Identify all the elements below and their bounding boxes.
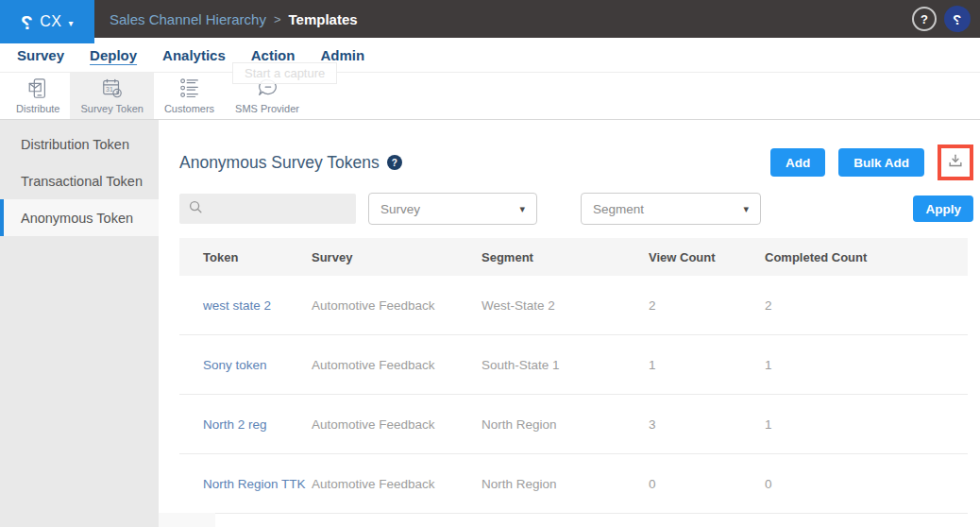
completed-count-cell: 2 bbox=[765, 298, 968, 313]
survey-cell: Automotive Feedback bbox=[312, 417, 482, 432]
title-help-icon[interactable]: ? bbox=[387, 155, 402, 170]
breadcrumb-separator: > bbox=[274, 12, 281, 26]
page-title: Anonymous Survey Tokens bbox=[179, 153, 380, 173]
token-link[interactable]: North Region TTK bbox=[203, 477, 312, 491]
brand-logo-icon: ? bbox=[21, 12, 33, 32]
segment-cell: North Region bbox=[482, 477, 649, 491]
segment-cell: West-State 2 bbox=[482, 298, 649, 313]
tab-analytics[interactable]: Analytics bbox=[162, 47, 226, 63]
survey-cell: Automotive Feedback bbox=[312, 358, 482, 372]
survey-dropdown[interactable]: Survey ▾ bbox=[368, 193, 537, 225]
tab-action[interactable]: Action bbox=[251, 47, 296, 63]
column-header-segment: Segment bbox=[482, 250, 649, 264]
topbar-right: ? ? bbox=[912, 0, 971, 38]
avatar[interactable]: ? bbox=[944, 6, 971, 32]
deploy-toolbar: Distribute 31 Survey Token Customers bbox=[0, 73, 980, 120]
table-row: North 2 reg Automotive Feedback North Re… bbox=[179, 395, 968, 454]
view-count-cell: 1 bbox=[649, 358, 765, 372]
sidebar-item-anonymous-token[interactable]: Anonymous Token bbox=[0, 199, 159, 236]
page-header: Anonymous Survey Tokens ? Add Bulk Add bbox=[179, 144, 973, 180]
segment-cell: South-State 1 bbox=[482, 358, 649, 372]
toolbar-item-distribute[interactable]: Distribute bbox=[6, 73, 70, 119]
tab-survey[interactable]: Survey bbox=[17, 47, 64, 63]
view-count-cell: 3 bbox=[649, 417, 765, 432]
token-link[interactable]: North 2 reg bbox=[203, 417, 312, 432]
sidebar-item-distribution-token[interactable]: Distribution Token bbox=[0, 126, 159, 162]
table-row: Sony token Automotive Feedback South-Sta… bbox=[179, 335, 968, 395]
token-link[interactable]: Sony token bbox=[203, 358, 312, 372]
table-row: North Region TTK Automotive Feedback Nor… bbox=[179, 454, 968, 514]
segment-dropdown-value: Segment bbox=[593, 202, 644, 216]
segment-dropdown[interactable]: Segment ▾ bbox=[581, 193, 761, 225]
toolbar-item-label: Customers bbox=[164, 103, 214, 114]
top-bar: ? CX ▾ Sales Channel Hierarchy > Templat… bbox=[0, 0, 980, 38]
view-count-cell: 2 bbox=[649, 298, 765, 313]
toolbar-item-survey-token[interactable]: 31 Survey Token bbox=[70, 73, 153, 119]
column-header-token: Token bbox=[203, 250, 312, 264]
sidebar-item-transactional-token[interactable]: Transactional Token bbox=[0, 162, 159, 199]
segment-cell: North Region bbox=[482, 417, 649, 432]
filter-bar: Survey ▾ Segment ▾ Apply bbox=[179, 193, 973, 225]
add-button[interactable]: Add bbox=[770, 148, 825, 177]
bulk-add-button[interactable]: Bulk Add bbox=[838, 148, 924, 177]
avatar-logo-icon: ? bbox=[953, 11, 961, 27]
people-list-icon bbox=[178, 77, 201, 100]
table-row: west state 2 Automotive Feedback West-St… bbox=[179, 276, 968, 335]
chevron-down-icon: ▾ bbox=[519, 203, 525, 215]
phone-envelope-icon bbox=[26, 77, 49, 100]
completed-count-cell: 0 bbox=[765, 477, 968, 491]
breadcrumb: Sales Channel Hierarchy > Templates bbox=[110, 0, 358, 38]
primary-nav: Survey Deploy Analytics Action Admin bbox=[0, 38, 980, 73]
survey-dropdown-value: Survey bbox=[380, 202, 420, 216]
chevron-down-icon: ▾ bbox=[743, 203, 749, 215]
toolbar-item-label: Survey Token bbox=[80, 103, 143, 114]
token-sidebar: Distribution Token Transactional Token A… bbox=[0, 120, 159, 527]
tab-admin[interactable]: Admin bbox=[320, 47, 364, 63]
download-icon bbox=[946, 151, 965, 174]
breadcrumb-parent-link[interactable]: Sales Channel Hierarchy bbox=[110, 11, 266, 27]
completed-count-cell: 1 bbox=[765, 358, 968, 372]
column-header-survey: Survey bbox=[312, 250, 482, 264]
header-actions: Add Bulk Add bbox=[770, 144, 973, 180]
search-input[interactable] bbox=[208, 202, 349, 216]
download-button[interactable] bbox=[938, 144, 973, 180]
main-panel: Anonymous Survey Tokens ? Add Bulk Add bbox=[159, 120, 980, 527]
brand-logo[interactable]: ? CX ▾ bbox=[0, 0, 94, 43]
toolbar-item-customers[interactable]: Customers bbox=[154, 73, 225, 119]
completed-count-cell: 1 bbox=[765, 417, 968, 432]
scroll-stub bbox=[159, 513, 215, 527]
capture-tooltip: Start a capture bbox=[232, 62, 337, 84]
view-count-cell: 0 bbox=[649, 477, 765, 491]
calendar-clock-icon: 31 bbox=[101, 77, 124, 100]
tab-deploy[interactable]: Deploy bbox=[90, 47, 137, 63]
column-header-view-count: View Count bbox=[649, 250, 765, 264]
svg-text:31: 31 bbox=[106, 86, 113, 93]
apply-button[interactable]: Apply bbox=[913, 196, 973, 222]
search-icon bbox=[187, 198, 204, 219]
column-header-completed-count: Completed Count bbox=[765, 250, 968, 264]
breadcrumb-current: Templates bbox=[289, 11, 358, 27]
chevron-down-icon: ▾ bbox=[69, 16, 74, 28]
token-link[interactable]: west state 2 bbox=[203, 298, 312, 313]
help-icon[interactable]: ? bbox=[912, 7, 937, 31]
toolbar-item-label: Distribute bbox=[16, 103, 59, 114]
brand-product-label: CX bbox=[40, 13, 61, 30]
toolbar-item-label: SMS Provider bbox=[235, 103, 299, 114]
table-header-row: Token Survey Segment View Count Complete… bbox=[179, 238, 968, 276]
survey-cell: Automotive Feedback bbox=[312, 298, 482, 313]
survey-cell: Automotive Feedback bbox=[312, 477, 482, 491]
tokens-table: Token Survey Segment View Count Complete… bbox=[179, 238, 968, 514]
content-area: Distribution Token Transactional Token A… bbox=[0, 120, 980, 527]
search-box bbox=[179, 194, 356, 224]
